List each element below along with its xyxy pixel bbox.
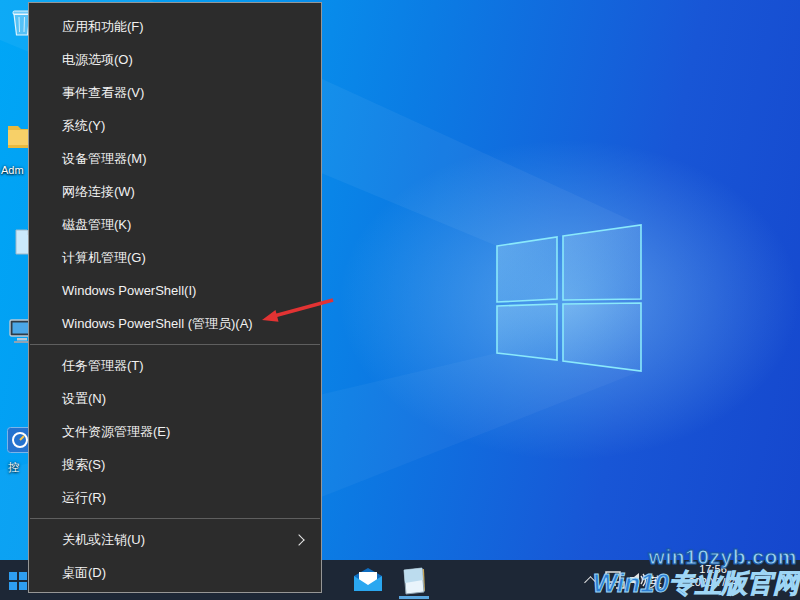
menu-item-file-explorer[interactable]: 文件资源管理器(E) xyxy=(29,415,321,448)
control-panel-label: 控 xyxy=(8,460,19,475)
menu-item-settings[interactable]: 设置(N) xyxy=(29,382,321,415)
menu-item-system[interactable]: 系统(Y) xyxy=(29,109,321,142)
menu-item-task-manager[interactable]: 任务管理器(T) xyxy=(29,349,321,382)
menu-item-apps-features[interactable]: 应用和功能(F) xyxy=(29,10,321,43)
menu-item-label: 关机或注销(U) xyxy=(62,531,145,549)
menu-item-shutdown-signout[interactable]: 关机或注销(U) xyxy=(29,523,321,556)
menu-item-disk-management[interactable]: 磁盘管理(K) xyxy=(29,208,321,241)
menu-separator xyxy=(30,518,320,519)
running-app-indicator xyxy=(399,596,429,599)
user-folder-label: Adm xyxy=(1,164,24,176)
menu-item-search[interactable]: 搜索(S) xyxy=(29,448,321,481)
start-logo-pane xyxy=(19,572,27,580)
start-logo-pane xyxy=(9,572,17,580)
mail-app-icon[interactable] xyxy=(353,567,383,596)
submenu-chevron-icon xyxy=(293,534,304,545)
winx-menu: 应用和功能(F) 电源选项(O) 事件查看器(V) 系统(Y) 设备管理器(M)… xyxy=(28,2,322,593)
menu-item-event-viewer[interactable]: 事件查看器(V) xyxy=(29,76,321,109)
start-button[interactable] xyxy=(9,572,27,590)
watermark-site-name: Win10专业版官网 xyxy=(593,566,799,600)
menu-item-network-connections[interactable]: 网络连接(W) xyxy=(29,175,321,208)
menu-item-computer-management[interactable]: 计算机管理(G) xyxy=(29,241,321,274)
notepad-app-icon[interactable] xyxy=(400,567,428,599)
menu-item-powershell-admin[interactable]: Windows PowerShell (管理员)(A) xyxy=(29,307,321,340)
menu-item-powershell[interactable]: Windows PowerShell(I) xyxy=(29,274,321,307)
start-logo-pane xyxy=(9,582,17,590)
menu-separator xyxy=(30,344,320,345)
menu-item-power-options[interactable]: 电源选项(O) xyxy=(29,43,321,76)
start-logo-pane xyxy=(19,582,27,590)
menu-item-device-manager[interactable]: 设备管理器(M) xyxy=(29,142,321,175)
menu-item-run[interactable]: 运行(R) xyxy=(29,481,321,514)
menu-item-desktop[interactable]: 桌面(D) xyxy=(29,556,321,589)
